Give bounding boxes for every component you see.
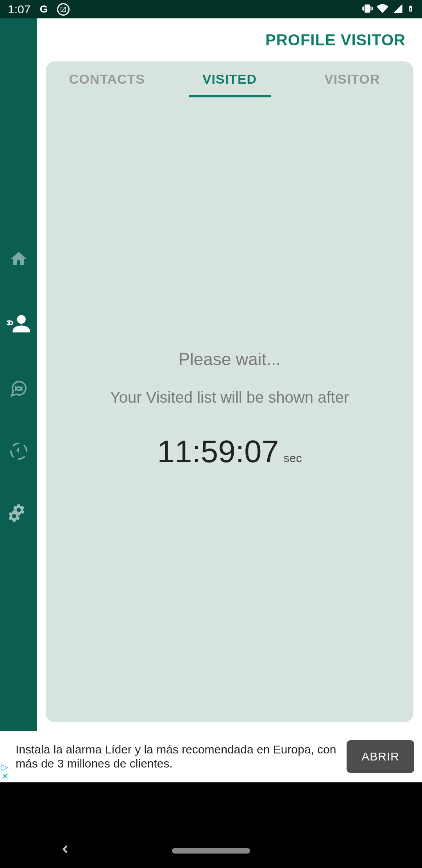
status-right xyxy=(362,3,414,16)
tab-visitor[interactable]: VISITOR xyxy=(291,61,413,97)
google-icon: G xyxy=(38,3,50,16)
system-nav-bar xyxy=(0,834,422,868)
tab-contacts[interactable]: CONTACTS xyxy=(46,61,168,97)
main-container: PROFILE VISITOR CONTACTS VISITED VISITOR… xyxy=(0,18,422,731)
wait-text: Please wait... xyxy=(179,350,281,369)
sidebar-settings[interactable] xyxy=(9,504,29,524)
ad-text: Instala la alarma Líder y la más recomen… xyxy=(16,742,347,771)
sidebar-download[interactable] xyxy=(9,441,29,461)
timer-unit: sec xyxy=(284,452,302,465)
svg-point-3 xyxy=(8,322,10,324)
ad-choices[interactable]: ▷ ✕ xyxy=(2,763,9,781)
bottom-strip xyxy=(0,782,422,834)
ad-banner[interactable]: ▷ ✕ Instala la alarma Líder y la más rec… xyxy=(0,731,422,782)
card-content: Please wait... Your Visited list will be… xyxy=(46,97,413,722)
signal-icon xyxy=(392,3,403,16)
sidebar-visitor[interactable] xyxy=(7,312,31,336)
svg-text:G: G xyxy=(40,3,48,15)
wifi-icon xyxy=(377,3,388,16)
svg-point-1 xyxy=(17,315,25,324)
nav-back-icon[interactable] xyxy=(59,843,72,859)
countdown-timer: 11:59:07 xyxy=(157,434,279,470)
battery-icon xyxy=(407,3,414,16)
tab-visited[interactable]: VISITED xyxy=(168,61,291,97)
timer-row: 11:59:07 sec xyxy=(157,434,302,470)
nav-home-pill[interactable] xyxy=(172,848,250,854)
sidebar-status[interactable] xyxy=(9,379,29,398)
sidebar xyxy=(0,18,37,731)
vibrate-icon xyxy=(362,3,373,16)
content: PROFILE VISITOR CONTACTS VISITED VISITOR… xyxy=(37,18,422,731)
status-left: 1:07 G xyxy=(8,3,70,16)
tabs: CONTACTS VISITED VISITOR xyxy=(46,61,413,97)
sidebar-home[interactable] xyxy=(9,249,29,269)
status-bar: 1:07 G xyxy=(0,0,422,18)
ad-open-button[interactable]: ABRIR xyxy=(347,740,414,773)
page-title: PROFILE VISITOR xyxy=(265,31,406,49)
status-time: 1:07 xyxy=(8,3,30,16)
subtext: Your Visited list will be shown after xyxy=(110,389,349,406)
header: PROFILE VISITOR xyxy=(37,18,422,61)
app-icon xyxy=(57,3,70,16)
card: CONTACTS VISITED VISITOR Please wait... … xyxy=(46,61,413,722)
